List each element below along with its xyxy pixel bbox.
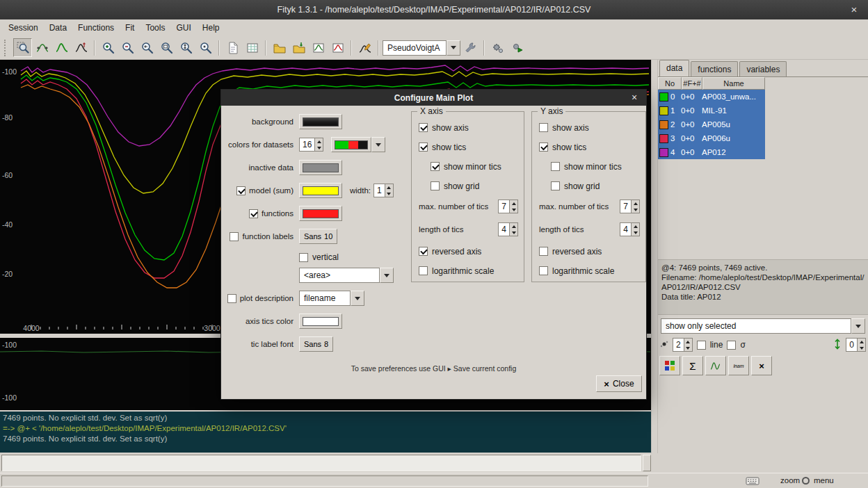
y-axis-sub-option[interactable]: show minor tics (551, 161, 640, 172)
zoom-rect-mode-button[interactable] (13, 38, 32, 57)
menu-item[interactable]: Data (44, 21, 72, 35)
menu-item[interactable]: Tools (140, 21, 170, 35)
inactive-color-button[interactable] (299, 160, 342, 175)
dataset-color-swatch[interactable] (659, 92, 668, 101)
drag-peak-mode-button[interactable] (72, 38, 90, 57)
sidebar-tab[interactable]: variables (739, 61, 787, 76)
chevron-down-icon[interactable] (851, 318, 865, 334)
spin-up-button[interactable] (632, 200, 639, 206)
zoom-all-button[interactable] (157, 38, 176, 57)
functions-peaks-button[interactable] (705, 356, 726, 375)
spin-up-button[interactable] (385, 184, 393, 190)
y-axis-sub-option[interactable]: show grid (551, 180, 640, 192)
tic-font-button[interactable]: Sans 8 (299, 336, 333, 352)
line-checkbox-row[interactable]: line (697, 339, 723, 351)
status-zoom-button[interactable]: zoom (780, 476, 800, 485)
zoom-previous-button[interactable] (138, 38, 156, 57)
spin-up-button[interactable] (510, 200, 517, 206)
point-size-spinner[interactable]: 2 (673, 338, 693, 352)
sidebar-tab[interactable]: functions (691, 61, 738, 76)
spin-down-button[interactable] (632, 229, 639, 236)
status-menu-button[interactable]: menu (814, 476, 834, 485)
filter-dropdown[interactable]: show only selected (661, 318, 865, 334)
x-axis-option[interactable]: show axis (419, 122, 518, 133)
menu-item[interactable]: GUI (170, 21, 196, 35)
y-axis-option[interactable]: reversed axis (539, 245, 640, 257)
x-max-tics-spinner[interactable]: 7 (498, 200, 518, 213)
dataset-row[interactable]: 2 0+0 AP005u (658, 117, 765, 131)
spin-up-button[interactable] (632, 223, 639, 229)
open-session-button[interactable] (309, 38, 328, 57)
checkbox[interactable] (431, 162, 440, 171)
spin-down-button[interactable] (510, 206, 517, 213)
zoom-out-button[interactable] (118, 38, 137, 57)
y-axis-option[interactable]: show tics (539, 141, 640, 153)
chevron-down-icon[interactable] (351, 291, 364, 306)
line-checkbox[interactable] (697, 341, 706, 350)
x-tic-length-spinner[interactable]: 4 (498, 222, 518, 236)
menu-item[interactable]: Session (3, 21, 44, 35)
spin-down-button[interactable] (858, 345, 865, 351)
run-script-button[interactable] (488, 38, 507, 57)
close-button[interactable]: × Close (596, 375, 642, 392)
edit-function-button[interactable] (355, 38, 374, 57)
functions-color-button[interactable] (299, 206, 342, 221)
save-image-button[interactable] (328, 38, 347, 57)
toolbar-drag-handle[interactable] (4, 40, 10, 56)
menu-item[interactable]: Fit (120, 21, 140, 35)
sidebar-tab[interactable]: data (659, 60, 689, 76)
checkbox[interactable] (419, 123, 428, 132)
y-tic-length-spinner[interactable]: 4 (620, 222, 640, 236)
zoom-in-button[interactable] (99, 38, 118, 57)
dialog-titlebar[interactable]: Configure Main Plot × (221, 90, 646, 106)
sigma-checkbox[interactable] (727, 341, 736, 350)
chevron-down-icon[interactable] (447, 40, 460, 56)
model-width-spinner[interactable]: 1 (373, 184, 394, 197)
chevron-down-icon[interactable] (380, 268, 394, 283)
dataset-row[interactable]: 4 0+0 AP012 (658, 145, 765, 159)
spin-up-button[interactable] (510, 223, 517, 229)
zoom-vertical-button[interactable] (177, 38, 195, 57)
x-axis-sub-option[interactable]: show minor tics (431, 161, 518, 172)
sigma-checkbox-row[interactable]: σ (727, 339, 745, 351)
functions-checkbox[interactable] (249, 209, 258, 218)
script-log-button[interactable] (223, 38, 242, 57)
data-range-mode-button[interactable] (33, 38, 51, 57)
dataset-row[interactable]: 1 0+0 MIL-91 (658, 104, 765, 117)
shift-spinner[interactable]: 0 (846, 338, 866, 352)
menu-item[interactable]: Functions (72, 21, 120, 35)
status-toggle-icon[interactable] (802, 477, 810, 485)
checkbox[interactable] (431, 181, 440, 190)
delete-dataset-button[interactable]: × (751, 356, 772, 375)
checkbox[interactable] (539, 266, 548, 275)
spin-down-button[interactable] (510, 229, 517, 236)
column-header-name[interactable]: Name (702, 77, 765, 90)
vertical-checkbox[interactable] (299, 253, 308, 262)
quick-run-button[interactable] (508, 38, 527, 57)
spin-up-button[interactable] (858, 339, 865, 345)
data-table-button[interactable] (243, 38, 262, 57)
function-labels-font-button[interactable]: Sans 10 (299, 229, 337, 244)
dataset-colors-dropdown[interactable] (371, 137, 385, 152)
spin-down-button[interactable] (684, 345, 692, 351)
model-color-button[interactable] (299, 183, 342, 198)
add-peak-mode-button[interactable] (52, 38, 71, 57)
checkbox[interactable] (419, 247, 428, 256)
function-labels-checkbox[interactable] (230, 232, 239, 241)
dataset-color-swatch[interactable] (659, 120, 668, 129)
y-axis-option[interactable]: show axis (539, 122, 640, 133)
label-format-combo[interactable]: <area> (299, 268, 394, 283)
formula-button[interactable]: lnam (728, 356, 749, 375)
open-data-button[interactable] (270, 38, 289, 57)
menu-item[interactable]: Help (197, 21, 225, 35)
x-axis-option[interactable]: reversed axis (419, 245, 518, 257)
x-axis-sub-option[interactable]: show grid (431, 180, 518, 192)
dataset-row[interactable]: 0 0+0 AP003_unwa... (658, 90, 765, 104)
description-combo[interactable]: filename (299, 291, 364, 306)
colors-count-spinner[interactable]: 16 (299, 138, 323, 152)
model-checkbox[interactable] (236, 186, 246, 195)
checkbox[interactable] (539, 247, 548, 256)
command-input[interactable] (1, 455, 641, 471)
input-grip[interactable] (643, 455, 651, 471)
checkbox[interactable] (419, 266, 428, 275)
